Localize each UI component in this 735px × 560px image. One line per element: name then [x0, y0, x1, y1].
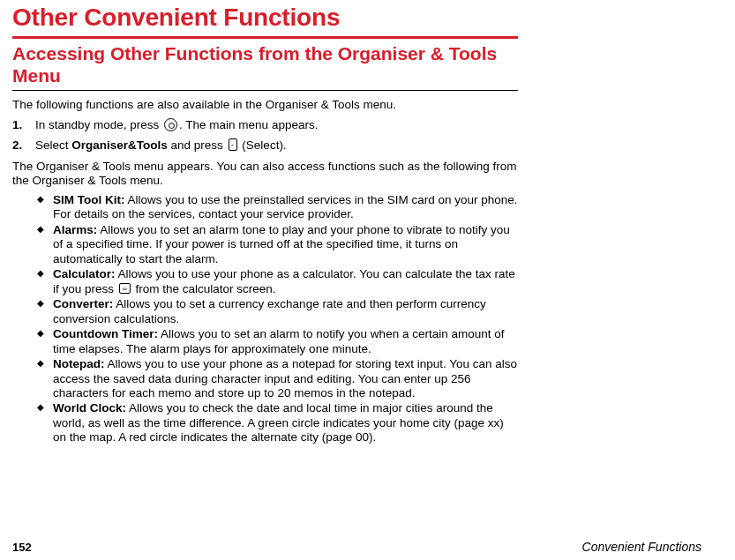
- page-number: 152: [12, 541, 32, 554]
- list-item-label: SIM Tool Kit:: [53, 193, 124, 206]
- list-item-label: Countdown Timer:: [53, 327, 158, 340]
- list-item: Notepad: Allows you to use your phone as…: [37, 357, 518, 400]
- step-text-post: . The main menu appears.: [179, 118, 318, 131]
- list-item-text: Allows you to use your phone as a notepa…: [53, 357, 517, 399]
- step-text-mid: and press: [168, 138, 227, 152]
- step-text-pre: In standby mode, press: [35, 118, 162, 131]
- list-item: SIM Tool Kit: Allows you to use the prei…: [37, 193, 518, 222]
- divider-red: [12, 36, 518, 39]
- list-item-label: Alarms:: [53, 223, 97, 236]
- softkey-icon: [229, 138, 237, 151]
- intro-paragraph: The following functions are also availab…: [12, 98, 518, 112]
- section-title: Accessing Other Functions from the Organ…: [12, 40, 518, 87]
- footer-chapter-title: Convenient Functions: [582, 540, 701, 554]
- step-number: 2.: [12, 138, 35, 153]
- page-footer: 152 Convenient Functions: [12, 540, 701, 554]
- step-text: In standby mode, press . The main menu a…: [35, 118, 318, 132]
- list-item: Converter: Allows you to set a currency …: [37, 297, 518, 326]
- body-paragraph: The Organiser & Tools menu appears. You …: [12, 160, 518, 188]
- divider-thin: [12, 90, 518, 91]
- list-item-text: Allows you to set a currency exchange ra…: [53, 297, 486, 325]
- steps-list: 1. In standby mode, press . The main men…: [12, 118, 518, 152]
- list-item-text-post: from the calculator screen.: [132, 282, 276, 295]
- step-item: 2. Select Organiser&Tools and press (Sel…: [12, 138, 518, 153]
- list-item-label: Calculator:: [53, 267, 116, 280]
- list-item: World Clock: Allows you to check the dat…: [37, 401, 518, 444]
- list-item-label: Converter:: [53, 297, 113, 310]
- feature-list: SIM Tool Kit: Allows you to use the prei…: [12, 193, 518, 445]
- list-item-label: World Clock:: [53, 401, 126, 414]
- step-text-post: (Select).: [239, 138, 287, 152]
- key-icon: ▭: [119, 283, 131, 294]
- center-key-icon: [164, 118, 177, 131]
- list-item-text: Allows you to set an alarm tone to play …: [53, 223, 510, 265]
- step-text: Select Organiser&Tools and press (Select…: [35, 138, 287, 153]
- step-number: 1.: [12, 118, 35, 132]
- list-item: Alarms: Allows you to set an alarm tone …: [37, 223, 518, 266]
- chapter-title: Other Convenient Functions: [12, 4, 518, 32]
- list-item-label: Notepad:: [53, 357, 105, 370]
- list-item: Countdown Timer: Allows you to set an al…: [37, 327, 518, 356]
- list-item: Calculator: Allows you to use your phone…: [37, 267, 518, 296]
- step-text-bold: Organiser&Tools: [71, 138, 168, 152]
- step-item: 1. In standby mode, press . The main men…: [12, 118, 518, 132]
- step-text-pre: Select: [35, 138, 71, 152]
